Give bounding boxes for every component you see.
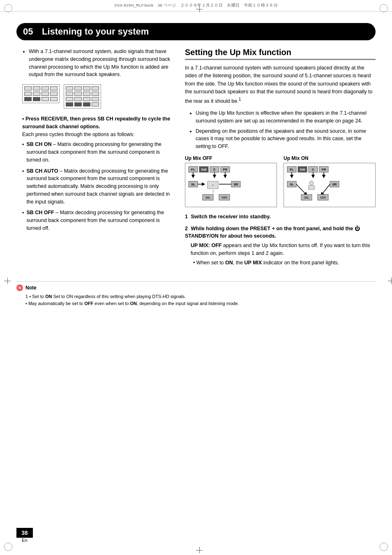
- press-instruction: • Press RECEIVER, then press SB CH repea…: [22, 115, 173, 138]
- diagram-cell: [24, 86, 32, 90]
- upmix-on-diagram: FL SW C FR: [284, 163, 376, 207]
- upmix-diagrams: Up Mix OFF FL SW C: [185, 155, 376, 207]
- intro-text: With a 7.1-channel surround system, audi…: [29, 48, 173, 79]
- diagram-cell: [33, 86, 40, 90]
- diagram-cell: [42, 97, 49, 101]
- svg-text:FR: FR: [223, 168, 228, 171]
- svg-text:SR: SR: [233, 183, 238, 186]
- registration-cross-top: [196, 6, 203, 12]
- bullet-2: Depending on the positions of the speake…: [196, 127, 376, 150]
- upmix-on-box: Up Mix ON FL: [284, 155, 376, 207]
- trim-mark-tl: [4, 4, 12, 12]
- svg-text:SL: SL: [290, 183, 294, 186]
- page: VSX-819H_RLF.book 38 ページ ２００９年１月２０日 火曜日 …: [0, 0, 392, 555]
- sb-auto-label: SB CH AUTO: [26, 168, 58, 174]
- sb-on-label: SB CH ON: [26, 141, 51, 147]
- registration-cross-bottom: [196, 547, 203, 553]
- svg-point-37: [309, 181, 314, 185]
- press-heading: Press RECEIVER, then press SB CH repeate…: [22, 116, 170, 130]
- diagram-cell: [42, 86, 49, 90]
- diagram-cell: [74, 97, 82, 101]
- diagram-cell: [92, 102, 99, 106]
- svg-text:SR: SR: [332, 183, 337, 186]
- intro-text: In a 7.1-channel surround system with su…: [185, 65, 373, 104]
- svg-text:SBL: SBL: [304, 196, 309, 199]
- upmix-off-diagram: FL SW C FR: [185, 163, 277, 207]
- diagram-cell: [50, 92, 58, 96]
- svg-text:FL: FL: [191, 168, 195, 171]
- page-number: 38: [16, 528, 33, 538]
- chapter-header: 05 Listening to your system: [16, 23, 376, 40]
- sb-off-label: SB CH OFF: [26, 210, 54, 215]
- diagram-cell: [42, 92, 49, 96]
- page-footer: 38 En: [16, 528, 33, 543]
- svg-text:C: C: [312, 168, 314, 171]
- step-2: 2 While holding down the PRESET + on the…: [185, 225, 376, 267]
- diagram-cell-dark: [66, 102, 73, 106]
- svg-text:☺: ☺: [211, 183, 214, 187]
- chapter-number: 05: [23, 26, 36, 37]
- diagram-left: [22, 84, 60, 103]
- note-header: N Note: [16, 284, 376, 291]
- sb-option-1: SB CH ON – Matrix decoding processing fo…: [22, 141, 173, 164]
- note-section: N Note 1 • Set to ON Set to ON regardles…: [16, 281, 376, 307]
- diagram-cell: [83, 92, 90, 96]
- section-intro: In a 7.1-channel surround system with su…: [185, 64, 376, 105]
- step-1-text: Switch the receiver into standby.: [191, 214, 270, 220]
- diagram-cell: [83, 97, 90, 101]
- diagram-cell-dark: [83, 102, 90, 106]
- diagram-cell-dark: [33, 97, 40, 101]
- note-icon: N: [16, 284, 23, 291]
- section-bullets: Using the Up Mix function is effective w…: [189, 109, 376, 150]
- chapter-title: Listening to your system: [42, 26, 149, 37]
- svg-line-42: [322, 184, 330, 194]
- diagram-cell: [66, 86, 73, 90]
- diagram-cell: [50, 86, 58, 90]
- svg-text:SBL: SBL: [205, 196, 210, 199]
- diagram-cell: [66, 97, 73, 101]
- note-label: Note: [25, 284, 37, 291]
- registration-cross-left: [4, 278, 11, 284]
- sb-option-2: SB CH AUTO – Matrix decoding processing …: [22, 167, 173, 206]
- svg-rect-38: [309, 185, 314, 190]
- trim-mark-tr: [380, 4, 388, 12]
- svg-text:SBR: SBR: [221, 196, 227, 199]
- upmix-on-svg: FL SW C FR: [286, 165, 355, 204]
- bullet-1: Using the Up Mix function is effective w…: [196, 109, 376, 125]
- note-item-1: 1 • Set to ON Set to ON regardless of th…: [25, 293, 376, 300]
- right-column: Setting the Up Mix function In a 7.1-cha…: [185, 48, 376, 271]
- diagram-cell: [74, 92, 82, 96]
- trim-mark-br: [380, 543, 388, 551]
- diagram-cell: [92, 92, 99, 96]
- diagram-cell: [83, 86, 90, 90]
- upmix-off-svg: FL SW C FR: [187, 165, 257, 204]
- diagram-cell-dark: [24, 97, 32, 101]
- diagram-cell-dark: [74, 102, 82, 106]
- svg-text:SW: SW: [300, 168, 305, 171]
- upmix-off-box: Up Mix OFF FL SW C: [185, 155, 277, 207]
- diagram-cell: [92, 86, 99, 90]
- step-2-detail-text: UP MIX: OFF appears and the Up Mix funct…: [191, 243, 370, 256]
- trim-mark-bl: [4, 543, 12, 551]
- content-area: With a 7.1-channel surround system, audi…: [0, 40, 392, 275]
- upmix-off-label: Up Mix OFF: [185, 155, 277, 161]
- registration-cross-right: [388, 278, 392, 284]
- diagram-cell: [33, 92, 40, 96]
- svg-line-41: [296, 184, 306, 194]
- footnote-ref: 1: [239, 97, 241, 102]
- diagram-cell: [24, 92, 32, 96]
- section-title: Setting the Up Mix function: [185, 48, 376, 60]
- note-item-2: • May automatically be set to OFF even w…: [25, 300, 376, 307]
- diagram-cell: [66, 92, 73, 96]
- speaker-diagram: [22, 84, 173, 109]
- diagram-cell: [74, 86, 82, 90]
- step-2-subbullet: When set to ON, the UP MIX indicator on …: [193, 259, 376, 267]
- svg-text:SL: SL: [191, 183, 195, 186]
- step-1: 1 Switch the receiver into standby.: [185, 213, 376, 221]
- step-2-num: 2: [185, 226, 188, 231]
- step-2-sub-text: When set to ON, the UP MIX indicator on …: [196, 260, 339, 266]
- step-1-num: 1: [185, 214, 188, 220]
- intro-bullet: With a 7.1-channel surround system, audi…: [16, 48, 173, 79]
- step-2-detail: UP MIX: OFF appears and the Up Mix funct…: [191, 242, 376, 257]
- press-subtext: Each press cycles through the options as…: [22, 132, 134, 137]
